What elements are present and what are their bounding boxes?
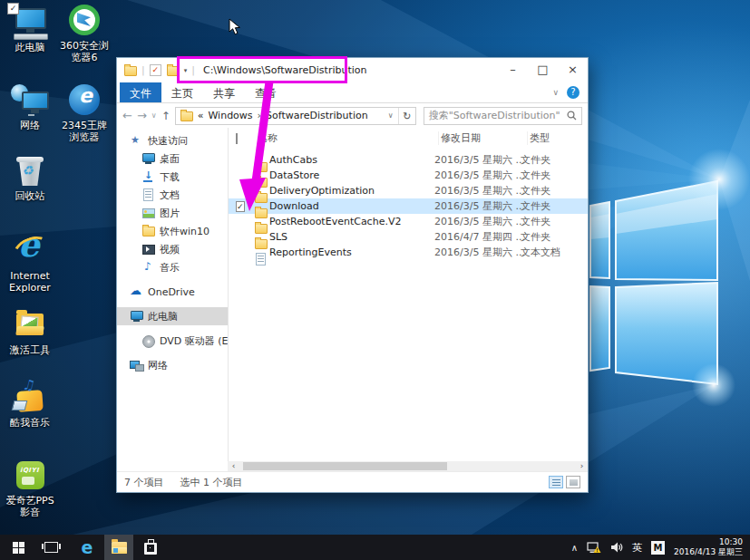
navpane-item[interactable]: 软件win10 <box>117 222 228 240</box>
navpane-item[interactable]: OneDrive <box>117 283 228 301</box>
show-hidden-icons-chevron[interactable]: ∧ <box>571 543 578 553</box>
file-name: DeliveryOptimization <box>269 185 434 197</box>
scrollbar-thumb[interactable] <box>243 462 447 470</box>
file-row[interactable]: DeliveryOptimization 2016/3/5 星期六 ... 文件… <box>229 183 588 198</box>
search-icon[interactable] <box>567 111 577 121</box>
start-button[interactable] <box>4 535 33 560</box>
annotation-highlight-box <box>177 56 347 83</box>
address-dropdown-chevron-icon[interactable]: ∨ <box>384 111 398 120</box>
desktop-icon-label: 网络 <box>4 120 56 131</box>
network-status-icon[interactable] <box>587 542 601 554</box>
icon-selected-checkbox[interactable]: ✓ <box>7 3 19 14</box>
search-box[interactable]: 搜索"SoftwareDistribution" <box>424 107 582 125</box>
select-all-checkbox[interactable] <box>236 133 238 144</box>
close-button[interactable]: × <box>558 58 588 82</box>
navpane-item[interactable]: 下载 <box>117 168 228 186</box>
task-view-button[interactable] <box>36 535 65 560</box>
navpane-item[interactable]: 音乐 <box>117 258 228 276</box>
search-placeholder: 搜索"SoftwareDistribution" <box>429 109 560 122</box>
back-button[interactable]: ← <box>122 110 132 121</box>
ribbon-tab[interactable]: 文件 <box>120 82 161 102</box>
file-date: 2016/4/7 星期四 ... <box>434 230 521 244</box>
scroll-right-arrow-icon[interactable]: › <box>576 461 588 471</box>
navigation-bar: ← → ∨ ↑ « Windows › SoftwareDistribution… <box>117 103 588 128</box>
volume-icon[interactable] <box>610 542 623 553</box>
maximize-button[interactable]: □ <box>528 58 558 82</box>
file-name: ReportingEvents <box>269 246 434 258</box>
breadcrumb-softwaredistribution[interactable]: SoftwareDistribution <box>266 110 368 121</box>
file-row[interactable]: ReportingEvents 2016/3/5 星期六 ... 文本文档 <box>229 245 588 260</box>
desktop-icon[interactable]: Internet Explorer <box>4 234 56 294</box>
large-icons-view-button[interactable] <box>566 476 580 488</box>
desktop-icon[interactable]: 回收站 <box>4 154 56 202</box>
row-checkbox[interactable]: ✓ <box>236 201 245 212</box>
taskbar-explorer-button[interactable] <box>104 535 133 560</box>
desktop-icon[interactable]: 爱奇艺PPS 影音 <box>4 459 56 518</box>
desktop-icon[interactable]: ✓ 此电脑 <box>4 5 56 53</box>
desktop-icon-grid: ✓ 此电脑 360安全浏览器6 网络 2345王牌 <box>0 0 118 535</box>
navpane-item[interactable]: 文档 <box>117 186 228 204</box>
status-bar: 7 个项目 选中 1 个项目 <box>117 471 588 492</box>
desktop-icon[interactable]: 激活工具 <box>4 308 56 356</box>
system-tray: ∧ 英 M 10:30 2016/4/13 星期三 <box>571 537 750 557</box>
scroll-left-arrow-icon[interactable]: ‹ <box>228 461 239 471</box>
language-indicator[interactable]: 英 <box>632 541 642 555</box>
taskbar-clock[interactable]: 10:30 2016/4/13 星期三 <box>674 537 743 557</box>
navpane-item[interactable]: 快速访问 <box>117 131 228 150</box>
file-name: SLS <box>269 231 434 243</box>
navpane-item[interactable]: 网络 <box>117 356 228 374</box>
navpane-item-icon <box>141 334 155 347</box>
navpane-item-label: 下载 <box>160 170 180 184</box>
desktop-icon[interactable]: 360安全浏览器6 <box>58 4 111 63</box>
ribbon-tab[interactable]: 主页 <box>161 82 203 102</box>
clock-time: 10:30 <box>719 537 743 546</box>
navpane-item-icon <box>141 188 155 201</box>
taskbar-store-button[interactable] <box>136 535 165 560</box>
file-row[interactable]: AuthCabs 2016/3/5 星期六 ... 文件夹 <box>229 152 588 168</box>
ribbon-tab[interactable]: 共享 <box>203 82 245 102</box>
forward-button[interactable]: → <box>137 110 147 121</box>
desktop-icon[interactable]: 酷我音乐 <box>4 381 56 429</box>
horizontal-scrollbar[interactable]: ‹ › <box>228 461 588 471</box>
navpane-item-icon <box>130 310 143 323</box>
navpane-item-icon <box>141 225 155 237</box>
up-button[interactable]: ↑ <box>161 110 170 122</box>
items-count: 7 个项目 <box>124 476 164 489</box>
edge-icon: e <box>82 539 93 556</box>
taskbar-edge-button[interactable]: e <box>73 535 102 560</box>
address-bar[interactable]: « Windows › SoftwareDistribution ∨ ↻ <box>175 107 416 125</box>
ribbon-tab[interactable]: 查看 <box>245 82 287 102</box>
navpane-item-icon <box>141 207 155 219</box>
file-row[interactable]: PostRebootEventCache.V2 2016/3/5 星期六 ...… <box>229 214 588 229</box>
details-view-button[interactable] <box>549 476 563 488</box>
navpane-item[interactable]: 视频 <box>117 240 228 258</box>
file-date: 2016/3/5 星期六 ... <box>434 246 521 259</box>
navpane-item-label: OneDrive <box>148 286 195 298</box>
navpane-item[interactable]: 图片 <box>117 204 228 222</box>
file-row[interactable]: SLS 2016/4/7 星期四 ... 文件夹 <box>229 229 588 245</box>
navpane-item-icon <box>141 261 155 274</box>
breadcrumb-overflow[interactable]: « <box>198 110 204 121</box>
breadcrumb-windows[interactable]: Windows <box>208 110 252 121</box>
file-row[interactable]: DataStore 2016/3/5 星期六 ... 文件夹 <box>229 168 588 183</box>
ime-indicator[interactable]: M <box>651 541 665 555</box>
name-column-header[interactable]: 名称 <box>254 131 439 145</box>
desktop-icon[interactable]: 网络 <box>4 83 56 131</box>
refresh-icon[interactable]: ↻ <box>398 108 415 124</box>
desktop-icon-label: Internet Explorer <box>4 270 56 294</box>
help-icon[interactable]: ? <box>567 86 580 99</box>
file-name: DataStore <box>269 169 434 181</box>
properties-quick-icon[interactable]: ✓ <box>150 64 161 76</box>
recent-locations-chevron-icon[interactable]: ∨ <box>151 111 157 120</box>
navpane-item[interactable]: 此电脑 <box>117 307 228 325</box>
navpane-item[interactable]: 桌面 <box>117 150 228 168</box>
sort-ascending-icon: ˆ <box>323 128 326 135</box>
minimize-button[interactable]: – <box>498 58 528 82</box>
file-row[interactable]: ✓ Download 2016/3/5 星期六 ... 文件夹 <box>229 198 588 214</box>
file-explorer-window: | ✓ ▾ | C:\Windows\SoftwareDistribution … <box>116 57 589 493</box>
ribbon-collapse-chevron-icon[interactable]: ∨ <box>552 88 559 97</box>
date-column-header[interactable]: 修改日期 <box>439 131 528 145</box>
navpane-item[interactable]: DVD 驱动器 (E:) SKF <box>117 332 228 350</box>
desktop-icon[interactable]: 2345王牌浏览器 <box>58 83 111 143</box>
type-column-header[interactable]: 类型 <box>528 131 588 145</box>
